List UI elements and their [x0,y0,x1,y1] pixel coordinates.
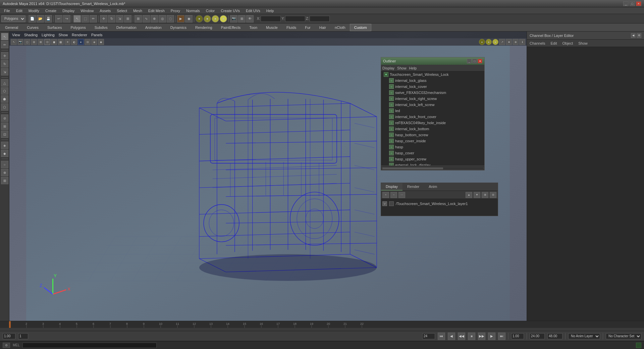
vp-bookmark-btn[interactable]: ★ [506,39,512,45]
menu-color[interactable]: Color [203,8,217,13]
maximize-button[interactable]: □ [630,1,635,6]
play-fwd-btn[interactable]: ▶▶ [478,333,485,340]
vp-snap-btn[interactable]: ↗ [499,39,505,45]
save-btn[interactable]: 💾 [45,15,52,22]
outliner-menu-help[interactable]: Help [409,66,417,70]
mode-dropdown[interactable]: Polygons [1,15,25,22]
camera-btn[interactable]: 📷 [230,15,237,22]
layer-collapse-btn[interactable]: ⊟ [490,192,496,198]
layer-move-up-btn[interactable]: ▲ [466,192,472,198]
rotate-tool[interactable]: ↻ [1,60,8,67]
tab-custom[interactable]: Custom [350,24,371,31]
insert-edge-btn[interactable]: ⊞ [1,122,8,130]
menu-display[interactable]: Display [60,8,77,13]
outliner-item[interactable]: ○internal_lock_right_screw [381,96,484,102]
vp-menu-show[interactable]: Show [59,33,68,37]
view-btn[interactable]: ⊞ [238,15,246,22]
vp-hud-btn[interactable]: ⊟ [85,39,91,45]
layer-delete-btn[interactable]: − [390,192,397,198]
outliner-item[interactable]: ○led [381,108,484,114]
vp-light1[interactable]: ● [479,39,485,45]
channel-options-btn[interactable]: ⚙ [637,33,641,38]
layer-new-btn[interactable]: + [382,192,389,198]
menu-mesh[interactable]: Mesh [130,8,145,13]
layer-move-down-btn[interactable]: ▼ [474,192,480,198]
character-set-dropdown[interactable]: No Character Set [606,333,641,339]
menu-window[interactable]: Window [78,8,96,13]
select-btn[interactable]: ↖ [73,15,81,22]
play-back-btn[interactable]: ◀◀ [458,333,465,340]
show-manip-btn[interactable]: ⊕ [1,169,8,176]
speed-input[interactable] [511,333,524,339]
offset-edge-btn[interactable]: ⊡ [1,131,8,138]
vp-menu-lighting[interactable]: Lighting [42,33,55,37]
snap-point-btn[interactable]: ⊕ [151,15,158,22]
step-back-btn[interactable]: ◀ [448,333,455,340]
go-to-start-btn[interactable]: ⏮ [438,333,445,340]
outliner-menu-show[interactable]: Show [397,66,407,70]
layer-tab-render[interactable]: Render [402,183,424,191]
render-btn[interactable]: ▶ [177,15,184,22]
paint-select-btn[interactable]: ✏ [90,15,97,22]
menu-select[interactable]: Select [114,8,130,13]
outliner-hscroll[interactable] [382,167,484,169]
vp-gif-btn[interactable]: ⊕ [513,39,519,45]
vp-shaded-btn[interactable]: ◼ [51,39,57,45]
vp-light-btn[interactable]: ☀ [64,39,70,45]
outliner-scrollbar-h[interactable] [381,165,484,170]
menu-modify[interactable]: Modify [26,8,42,13]
vp-frame-btn[interactable]: ⊠ [38,39,44,45]
timeline-ruler[interactable]: 1 2 3 4 5 6 7 8 9 [0,321,644,328]
menu-create-uvs[interactable]: Create UVs [218,8,243,13]
tab-polygons[interactable]: Polygons [66,24,90,31]
status-indicator[interactable] [636,343,641,348]
vp-menu-panels[interactable]: Panels [91,33,103,37]
soft-select-btn[interactable]: ◌ [167,15,174,22]
vp-menu-shading[interactable]: Shading [24,33,38,37]
rotate-btn[interactable]: ↻ [108,15,115,22]
outliner-content[interactable]: ▼Touchscreen_Smart_Wireless_Lock○interna… [381,71,484,165]
layer-options-btn[interactable]: ⋯ [398,192,405,198]
menu-assets[interactable]: Assets [97,8,113,13]
outliner-menu-display[interactable]: Display [382,66,394,70]
tab-deformation[interactable]: Deformation [112,24,141,31]
vp-menu-renderer[interactable]: Renderer [72,33,87,37]
undo-btn[interactable]: ↩ [55,15,62,22]
range-end-input[interactable] [530,333,545,339]
extrude-btn[interactable]: ⬡ [1,87,8,95]
vp-iso-btn[interactable]: ◆ [98,39,104,45]
vp-tex-btn[interactable]: ▦ [58,39,64,45]
step-fwd-btn[interactable]: ▶ [488,333,495,340]
menu-edit-mesh[interactable]: Edit Mesh [146,8,167,13]
split-poly-btn[interactable]: ⊘ [1,114,8,122]
outliner-item[interactable]: ○external_lock_display [381,162,484,165]
close-button[interactable]: ✕ [636,1,641,6]
channel-tab-edit[interactable]: Edit [549,41,558,46]
menu-proxy[interactable]: Proxy [168,8,183,13]
vp-menu-view[interactable]: View [12,33,20,37]
scale-btn[interactable]: ⇲ [116,15,123,22]
show-hide-btn[interactable]: 👁 [246,15,254,22]
vp-wire-btn[interactable]: ⊡ [44,39,50,45]
vp-light3[interactable]: ● [492,39,498,45]
ipr-btn[interactable]: ◉ [185,15,193,22]
light2-btn[interactable]: ● [204,15,211,22]
outliner-hscroll-thumb[interactable] [382,167,443,169]
start-frame-input[interactable] [3,333,15,339]
outliner-item[interactable]: ○swive_FBXASC032mechanism [381,90,484,96]
y-coord-input[interactable] [285,16,305,22]
tab-curves[interactable]: Curves [22,24,43,31]
current-frame-input[interactable] [18,333,28,339]
channel-tab-object[interactable]: Object [561,41,574,46]
snap-curve-btn[interactable]: ∿ [143,15,150,22]
outliner-maximize-btn[interactable]: □ [472,59,477,63]
tab-muscle[interactable]: Muscle [262,24,282,31]
channel-tab-show[interactable]: Show [577,41,589,46]
outliner-item[interactable]: ○hasp_cover_inside [381,138,484,144]
layer-visibility-checkbox[interactable]: V [382,201,387,206]
vp-grid-btn[interactable]: ⊞ [31,39,37,45]
tab-fur[interactable]: Fur [301,24,315,31]
outliner-close-btn[interactable]: ✕ [478,59,482,63]
lattice-btn[interactable]: ⊞ [1,177,8,184]
scale-tool[interactable]: ⇲ [1,68,8,76]
